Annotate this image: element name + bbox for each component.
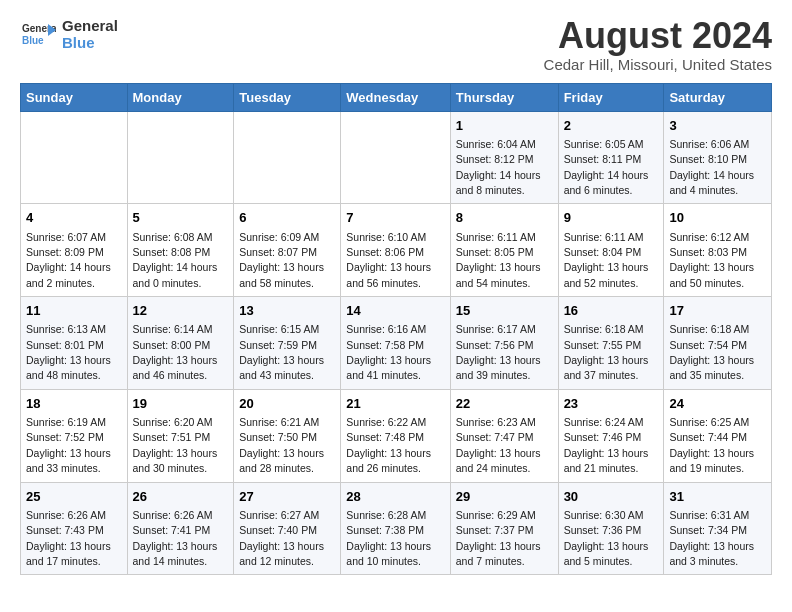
calendar-cell: 6Sunrise: 6:09 AM Sunset: 8:07 PM Daylig… <box>234 204 341 297</box>
day-info: Sunrise: 6:18 AM Sunset: 7:54 PM Dayligh… <box>669 323 754 381</box>
day-info: Sunrise: 6:12 AM Sunset: 8:03 PM Dayligh… <box>669 231 754 289</box>
day-number: 10 <box>669 209 766 227</box>
day-number: 19 <box>133 395 229 413</box>
day-info: Sunrise: 6:25 AM Sunset: 7:44 PM Dayligh… <box>669 416 754 474</box>
svg-text:Blue: Blue <box>22 35 44 46</box>
header-day-thursday: Thursday <box>450 83 558 111</box>
day-info: Sunrise: 6:19 AM Sunset: 7:52 PM Dayligh… <box>26 416 111 474</box>
day-number: 16 <box>564 302 659 320</box>
day-info: Sunrise: 6:18 AM Sunset: 7:55 PM Dayligh… <box>564 323 649 381</box>
calendar-cell: 14Sunrise: 6:16 AM Sunset: 7:58 PM Dayli… <box>341 297 450 390</box>
day-number: 24 <box>669 395 766 413</box>
calendar-cell <box>21 111 128 204</box>
header-day-wednesday: Wednesday <box>341 83 450 111</box>
calendar-cell: 8Sunrise: 6:11 AM Sunset: 8:05 PM Daylig… <box>450 204 558 297</box>
day-number: 5 <box>133 209 229 227</box>
calendar-week-row: 18Sunrise: 6:19 AM Sunset: 7:52 PM Dayli… <box>21 389 772 482</box>
calendar-cell: 16Sunrise: 6:18 AM Sunset: 7:55 PM Dayli… <box>558 297 664 390</box>
calendar-cell: 1Sunrise: 6:04 AM Sunset: 8:12 PM Daylig… <box>450 111 558 204</box>
header-day-friday: Friday <box>558 83 664 111</box>
calendar-cell: 5Sunrise: 6:08 AM Sunset: 8:08 PM Daylig… <box>127 204 234 297</box>
day-info: Sunrise: 6:09 AM Sunset: 8:07 PM Dayligh… <box>239 231 324 289</box>
calendar-cell: 12Sunrise: 6:14 AM Sunset: 8:00 PM Dayli… <box>127 297 234 390</box>
calendar-cell: 31Sunrise: 6:31 AM Sunset: 7:34 PM Dayli… <box>664 482 772 575</box>
day-info: Sunrise: 6:15 AM Sunset: 7:59 PM Dayligh… <box>239 323 324 381</box>
day-number: 4 <box>26 209 122 227</box>
day-number: 26 <box>133 488 229 506</box>
day-info: Sunrise: 6:17 AM Sunset: 7:56 PM Dayligh… <box>456 323 541 381</box>
calendar-cell <box>341 111 450 204</box>
day-info: Sunrise: 6:07 AM Sunset: 8:09 PM Dayligh… <box>26 231 111 289</box>
day-info: Sunrise: 6:23 AM Sunset: 7:47 PM Dayligh… <box>456 416 541 474</box>
calendar-week-row: 11Sunrise: 6:13 AM Sunset: 8:01 PM Dayli… <box>21 297 772 390</box>
header: General Blue General Blue August 2024 Ce… <box>20 16 772 73</box>
calendar-cell: 13Sunrise: 6:15 AM Sunset: 7:59 PM Dayli… <box>234 297 341 390</box>
calendar-cell: 3Sunrise: 6:06 AM Sunset: 8:10 PM Daylig… <box>664 111 772 204</box>
logo-text-line1: General <box>62 17 118 34</box>
day-info: Sunrise: 6:08 AM Sunset: 8:08 PM Dayligh… <box>133 231 218 289</box>
page-title: August 2024 <box>544 16 772 56</box>
logo-icon: General Blue <box>20 16 56 52</box>
calendar-week-row: 25Sunrise: 6:26 AM Sunset: 7:43 PM Dayli… <box>21 482 772 575</box>
day-info: Sunrise: 6:05 AM Sunset: 8:11 PM Dayligh… <box>564 138 649 196</box>
header-day-saturday: Saturday <box>664 83 772 111</box>
day-number: 29 <box>456 488 553 506</box>
day-number: 28 <box>346 488 444 506</box>
day-info: Sunrise: 6:13 AM Sunset: 8:01 PM Dayligh… <box>26 323 111 381</box>
calendar-cell: 10Sunrise: 6:12 AM Sunset: 8:03 PM Dayli… <box>664 204 772 297</box>
calendar-cell: 30Sunrise: 6:30 AM Sunset: 7:36 PM Dayli… <box>558 482 664 575</box>
calendar-cell: 7Sunrise: 6:10 AM Sunset: 8:06 PM Daylig… <box>341 204 450 297</box>
calendar-week-row: 1Sunrise: 6:04 AM Sunset: 8:12 PM Daylig… <box>21 111 772 204</box>
calendar-cell: 11Sunrise: 6:13 AM Sunset: 8:01 PM Dayli… <box>21 297 128 390</box>
calendar-cell: 19Sunrise: 6:20 AM Sunset: 7:51 PM Dayli… <box>127 389 234 482</box>
day-info: Sunrise: 6:06 AM Sunset: 8:10 PM Dayligh… <box>669 138 754 196</box>
calendar-cell <box>234 111 341 204</box>
day-number: 31 <box>669 488 766 506</box>
calendar-cell: 4Sunrise: 6:07 AM Sunset: 8:09 PM Daylig… <box>21 204 128 297</box>
day-number: 23 <box>564 395 659 413</box>
day-info: Sunrise: 6:30 AM Sunset: 7:36 PM Dayligh… <box>564 509 649 567</box>
day-info: Sunrise: 6:24 AM Sunset: 7:46 PM Dayligh… <box>564 416 649 474</box>
day-number: 15 <box>456 302 553 320</box>
calendar-week-row: 4Sunrise: 6:07 AM Sunset: 8:09 PM Daylig… <box>21 204 772 297</box>
calendar-cell: 23Sunrise: 6:24 AM Sunset: 7:46 PM Dayli… <box>558 389 664 482</box>
day-number: 22 <box>456 395 553 413</box>
day-info: Sunrise: 6:20 AM Sunset: 7:51 PM Dayligh… <box>133 416 218 474</box>
day-number: 21 <box>346 395 444 413</box>
calendar-cell: 27Sunrise: 6:27 AM Sunset: 7:40 PM Dayli… <box>234 482 341 575</box>
day-info: Sunrise: 6:11 AM Sunset: 8:04 PM Dayligh… <box>564 231 649 289</box>
day-info: Sunrise: 6:16 AM Sunset: 7:58 PM Dayligh… <box>346 323 431 381</box>
day-number: 20 <box>239 395 335 413</box>
calendar-cell: 22Sunrise: 6:23 AM Sunset: 7:47 PM Dayli… <box>450 389 558 482</box>
day-number: 12 <box>133 302 229 320</box>
calendar-cell: 24Sunrise: 6:25 AM Sunset: 7:44 PM Dayli… <box>664 389 772 482</box>
logo-text-line2: Blue <box>62 34 118 51</box>
day-info: Sunrise: 6:27 AM Sunset: 7:40 PM Dayligh… <box>239 509 324 567</box>
day-number: 1 <box>456 117 553 135</box>
day-number: 14 <box>346 302 444 320</box>
logo: General Blue General Blue <box>20 16 118 52</box>
day-number: 30 <box>564 488 659 506</box>
calendar-cell <box>127 111 234 204</box>
day-number: 25 <box>26 488 122 506</box>
day-number: 11 <box>26 302 122 320</box>
calendar-cell: 29Sunrise: 6:29 AM Sunset: 7:37 PM Dayli… <box>450 482 558 575</box>
day-number: 8 <box>456 209 553 227</box>
day-info: Sunrise: 6:21 AM Sunset: 7:50 PM Dayligh… <box>239 416 324 474</box>
calendar-cell: 21Sunrise: 6:22 AM Sunset: 7:48 PM Dayli… <box>341 389 450 482</box>
day-number: 2 <box>564 117 659 135</box>
day-number: 3 <box>669 117 766 135</box>
calendar-header-row: SundayMondayTuesdayWednesdayThursdayFrid… <box>21 83 772 111</box>
title-area: August 2024 Cedar Hill, Missouri, United… <box>544 16 772 73</box>
day-info: Sunrise: 6:10 AM Sunset: 8:06 PM Dayligh… <box>346 231 431 289</box>
day-info: Sunrise: 6:28 AM Sunset: 7:38 PM Dayligh… <box>346 509 431 567</box>
calendar-cell: 20Sunrise: 6:21 AM Sunset: 7:50 PM Dayli… <box>234 389 341 482</box>
calendar-cell: 9Sunrise: 6:11 AM Sunset: 8:04 PM Daylig… <box>558 204 664 297</box>
day-number: 27 <box>239 488 335 506</box>
day-info: Sunrise: 6:22 AM Sunset: 7:48 PM Dayligh… <box>346 416 431 474</box>
header-day-monday: Monday <box>127 83 234 111</box>
day-number: 13 <box>239 302 335 320</box>
day-info: Sunrise: 6:31 AM Sunset: 7:34 PM Dayligh… <box>669 509 754 567</box>
calendar-cell: 17Sunrise: 6:18 AM Sunset: 7:54 PM Dayli… <box>664 297 772 390</box>
calendar-cell: 25Sunrise: 6:26 AM Sunset: 7:43 PM Dayli… <box>21 482 128 575</box>
